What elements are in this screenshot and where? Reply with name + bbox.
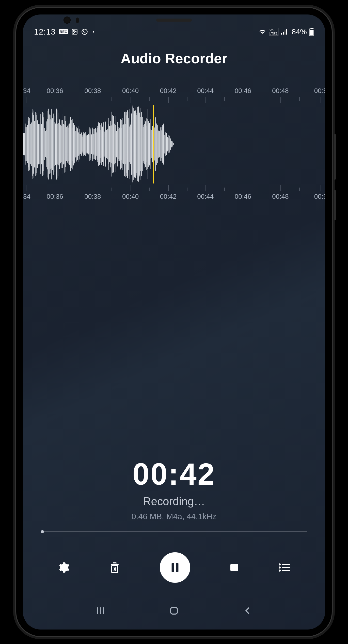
battery-percentage: 84% <box>292 27 307 36</box>
list-icon <box>278 563 290 572</box>
time-ruler-bottom: :3400:3600:3800:4000:4200:4400:4600:4800… <box>23 193 325 203</box>
svg-rect-3 <box>281 33 282 35</box>
power-button <box>334 190 336 220</box>
wifi-icon <box>259 29 266 35</box>
time-tick-label: 00:44 <box>197 193 214 201</box>
time-tick-label: 00:40 <box>122 87 139 95</box>
time-tick-label: 00:38 <box>84 87 101 95</box>
time-tick-label: 00:36 <box>47 87 63 95</box>
time-tick-label: 00:38 <box>84 193 101 201</box>
time-tick-label: 00:48 <box>272 193 289 201</box>
time-tick-label: 00:36 <box>47 193 63 201</box>
time-tick-label: 00:42 <box>160 193 177 201</box>
whatsapp-icon <box>81 28 88 35</box>
svg-rect-15 <box>230 564 238 571</box>
svg-point-1 <box>73 30 74 32</box>
stop-button[interactable] <box>229 562 239 573</box>
phone-frame: 12:13 REC VoLTE1 <box>15 7 333 637</box>
volte-icon: VoLTE1 <box>269 28 278 36</box>
file-info: 0.46 MB, M4a, 44.1kHz <box>132 512 216 521</box>
svg-point-18 <box>279 566 281 569</box>
recents-nav-button[interactable] <box>95 606 105 617</box>
status-time: 12:13 <box>34 27 56 37</box>
svg-rect-17 <box>282 564 290 565</box>
system-nav-bar <box>23 598 325 630</box>
time-tick-label: 00:5 <box>314 193 325 201</box>
svg-rect-5 <box>284 30 286 35</box>
progress-thumb[interactable] <box>41 530 44 533</box>
waveform-canvas[interactable] <box>23 105 325 183</box>
svg-rect-14 <box>176 563 179 572</box>
time-tick-label: 00:46 <box>235 193 251 201</box>
screen: 12:13 REC VoLTE1 <box>23 14 325 630</box>
settings-button[interactable] <box>58 561 70 574</box>
image-icon <box>71 28 78 35</box>
time-tick-label: 00:48 <box>272 87 289 95</box>
svg-rect-9 <box>310 30 314 35</box>
control-bar <box>23 542 325 598</box>
ruler-ticks-top <box>23 97 325 105</box>
time-ruler-top: :3400:3600:3800:4000:4200:4400:4600:4800… <box>23 87 325 97</box>
svg-rect-25 <box>171 607 178 614</box>
back-icon <box>243 606 253 616</box>
svg-rect-13 <box>172 563 174 572</box>
time-tick-label: 00:5 <box>314 87 325 95</box>
stop-icon <box>229 562 239 573</box>
notification-dot-icon <box>93 31 94 33</box>
waveform-area[interactable]: :3400:3600:3800:4000:4200:4400:4600:4800… <box>23 87 325 214</box>
recordings-list-button[interactable] <box>278 563 290 572</box>
progress-track[interactable] <box>41 531 307 532</box>
sensor <box>76 18 79 23</box>
ruler-ticks-bottom <box>23 183 325 191</box>
recording-status: Recording… <box>143 495 205 508</box>
home-nav-button[interactable] <box>169 606 179 617</box>
waveform-svg <box>23 105 325 183</box>
time-tick-label: 00:44 <box>197 87 214 95</box>
front-camera <box>64 17 71 24</box>
playhead[interactable] <box>153 105 154 183</box>
elapsed-time: 00:42 <box>133 456 216 492</box>
back-nav-button[interactable] <box>243 606 253 617</box>
gear-icon <box>58 561 70 574</box>
time-tick-label: :34 <box>23 87 30 95</box>
svg-point-20 <box>279 570 281 572</box>
app-title: Audio Recorder <box>23 40 325 87</box>
pause-button[interactable] <box>160 552 190 583</box>
time-tick-label: :34 <box>23 193 30 201</box>
svg-rect-4 <box>283 32 284 35</box>
pause-icon <box>169 562 181 573</box>
svg-rect-21 <box>282 570 290 571</box>
timer-area: 00:42 Recording… 0.46 MB, M4a, 44.1kHz <box>23 214 325 542</box>
svg-point-2 <box>82 29 87 35</box>
rec-icon: REC <box>59 29 68 34</box>
home-icon <box>169 606 179 616</box>
time-tick-label: 00:40 <box>122 193 139 201</box>
battery-icon <box>309 28 314 36</box>
time-tick-label: 00:46 <box>235 87 251 95</box>
time-tick-label: 00:42 <box>160 87 177 95</box>
volume-button <box>334 134 336 180</box>
svg-rect-19 <box>282 567 290 568</box>
speaker-grille <box>156 19 192 22</box>
recents-icon <box>95 606 105 616</box>
signal-icon <box>281 29 288 35</box>
svg-rect-6 <box>286 29 287 35</box>
delete-button[interactable] <box>109 561 121 574</box>
trash-icon <box>109 561 121 574</box>
svg-point-16 <box>279 563 281 565</box>
